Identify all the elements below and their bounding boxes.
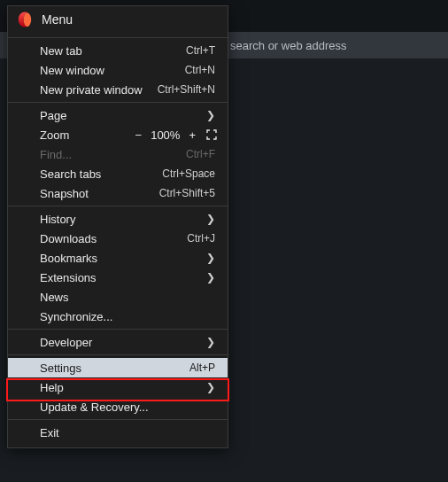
menu-item-developer[interactable]: Developer ❯ bbox=[8, 332, 228, 352]
menu-item-search-tabs[interactable]: Search tabs Ctrl+Space bbox=[8, 164, 228, 183]
menu-item-snapshot[interactable]: Snapshot Ctrl+Shift+5 bbox=[8, 183, 228, 203]
menu-item-shortcut: Ctrl+J bbox=[187, 232, 215, 245]
chevron-right-icon: ❯ bbox=[206, 213, 215, 225]
menu-item-label: New tab bbox=[40, 44, 186, 58]
main-menu: Menu New tab Ctrl+T New window Ctrl+N Ne… bbox=[7, 5, 228, 448]
menu-item-new-private-window[interactable]: New private window Ctrl+Shift+N bbox=[8, 80, 228, 99]
menu-item-exit[interactable]: Exit bbox=[8, 423, 228, 442]
menu-separator bbox=[8, 37, 228, 38]
menu-item-label: Exit bbox=[40, 426, 215, 439]
chevron-right-icon: ❯ bbox=[206, 381, 215, 393]
menu-item-label: News bbox=[40, 291, 215, 304]
menu-item-find: Find... Ctrl+F bbox=[8, 144, 228, 164]
menu-item-label: Zoom bbox=[40, 128, 134, 142]
menu-item-extensions[interactable]: Extensions ❯ bbox=[8, 268, 228, 287]
menu-item-label: Bookmarks bbox=[40, 252, 206, 265]
menu-separator bbox=[8, 329, 228, 330]
menu-item-shortcut: Ctrl+Shift+5 bbox=[159, 187, 215, 199]
menu-item-zoom: Zoom − 100% + bbox=[8, 125, 228, 144]
menu-item-label: New window bbox=[40, 64, 185, 77]
menu-item-new-tab[interactable]: New tab Ctrl+T bbox=[8, 41, 228, 60]
menu-item-label: Synchronize... bbox=[40, 310, 215, 323]
menu-item-shortcut: Alt+P bbox=[189, 362, 215, 374]
address-bar-placeholder: search or web address bbox=[230, 39, 347, 52]
menu-title: Menu bbox=[42, 12, 73, 27]
menu-separator bbox=[8, 102, 228, 103]
menu-separator bbox=[8, 419, 228, 420]
menu-separator bbox=[8, 206, 228, 206]
zoom-value: 100% bbox=[151, 128, 180, 142]
menu-item-label: Help bbox=[40, 381, 206, 394]
zoom-out-button[interactable]: − bbox=[134, 128, 144, 142]
menu-item-downloads[interactable]: Downloads Ctrl+J bbox=[8, 229, 228, 248]
menu-item-shortcut: Ctrl+Space bbox=[162, 167, 215, 180]
menu-item-label: History bbox=[40, 213, 206, 226]
zoom-in-button[interactable]: + bbox=[187, 128, 197, 142]
menu-item-shortcut: Ctrl+F bbox=[186, 148, 215, 160]
menu-item-synchronize[interactable]: Synchronize... bbox=[8, 307, 228, 326]
opera-logo-icon bbox=[17, 12, 33, 27]
menu-item-label: Developer bbox=[40, 336, 206, 349]
fullscreen-icon[interactable] bbox=[205, 129, 219, 140]
menu-item-shortcut: Ctrl+T bbox=[186, 44, 215, 57]
menu-item-settings[interactable]: Settings Alt+P bbox=[8, 358, 228, 377]
menu-item-label: Settings bbox=[40, 362, 189, 375]
menu-item-bookmarks[interactable]: Bookmarks ❯ bbox=[8, 248, 228, 268]
menu-item-new-window[interactable]: New window Ctrl+N bbox=[8, 60, 228, 80]
menu-item-update-recovery[interactable]: Update & Recovery... bbox=[8, 397, 228, 416]
menu-header: Menu bbox=[8, 6, 228, 35]
chevron-right-icon: ❯ bbox=[206, 336, 215, 348]
chevron-right-icon: ❯ bbox=[206, 109, 215, 121]
menu-item-label: Update & Recovery... bbox=[40, 400, 215, 414]
menu-item-label: Snapshot bbox=[40, 187, 159, 200]
menu-item-history[interactable]: History ❯ bbox=[8, 209, 228, 229]
menu-item-help[interactable]: Help ❯ bbox=[8, 377, 228, 397]
chevron-right-icon: ❯ bbox=[206, 271, 215, 284]
menu-item-label: Search tabs bbox=[40, 167, 162, 181]
menu-item-label: Downloads bbox=[40, 232, 187, 245]
menu-item-shortcut: Ctrl+Shift+N bbox=[158, 83, 215, 96]
menu-item-page[interactable]: Page ❯ bbox=[8, 105, 228, 125]
zoom-controls: − 100% + bbox=[134, 128, 219, 142]
menu-item-shortcut: Ctrl+N bbox=[185, 64, 215, 76]
menu-item-label: Page bbox=[40, 109, 206, 122]
chevron-right-icon: ❯ bbox=[206, 252, 215, 264]
menu-item-label: New private window bbox=[40, 83, 158, 97]
menu-item-news[interactable]: News bbox=[8, 287, 228, 307]
menu-item-label: Extensions bbox=[40, 271, 206, 284]
menu-item-label: Find... bbox=[40, 148, 186, 161]
menu-separator bbox=[8, 354, 228, 355]
